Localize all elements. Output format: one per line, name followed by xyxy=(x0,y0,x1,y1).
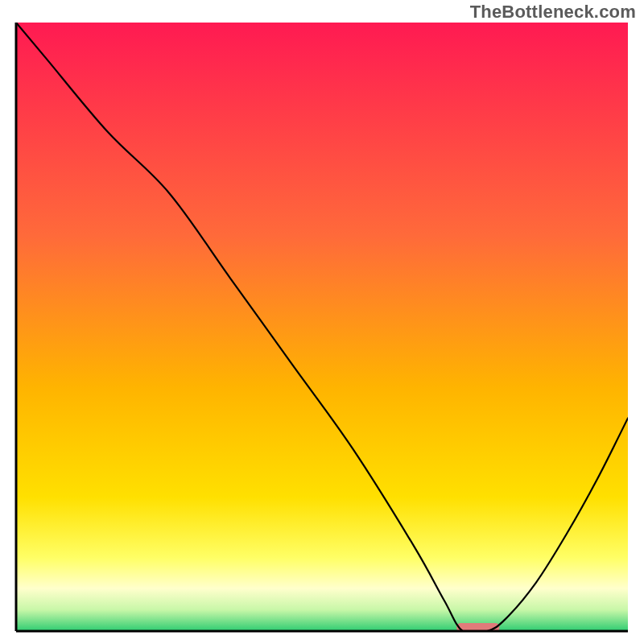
watermark-text: TheBottleneck.com xyxy=(470,2,636,23)
gradient-background xyxy=(16,23,628,631)
chart-container: TheBottleneck.com xyxy=(0,0,644,644)
chart-svg xyxy=(0,0,644,644)
